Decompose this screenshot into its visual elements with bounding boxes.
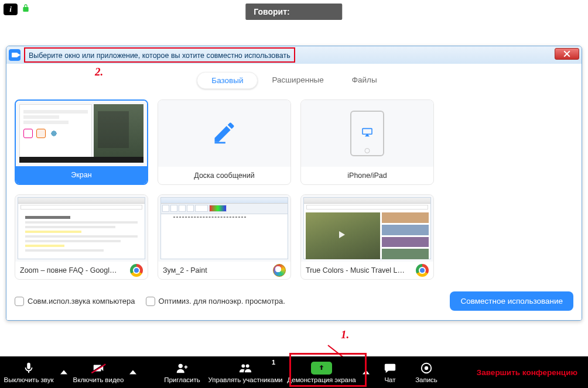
share-screen-icon: [311, 362, 332, 375]
toolbar-chat-button[interactable]: Чат: [372, 356, 408, 388]
share-option-window-chrome-docs[interactable]: Zoom – повне FAQ - Google Док...: [15, 194, 148, 280]
toolbar-record-button[interactable]: Запись: [408, 356, 445, 388]
airplay-icon: [361, 128, 373, 139]
microphone-icon: [22, 361, 35, 375]
toolbar-share-screen-button[interactable]: Демонстрация экрана: [283, 356, 360, 388]
record-icon: [420, 361, 433, 375]
dialog-close-button[interactable]: [555, 48, 579, 60]
svg-rect-2: [215, 142, 225, 144]
toolbar-chat-label: Чат: [384, 376, 395, 383]
encryption-lock-icon: [21, 4, 30, 15]
window-chrome-docs-label: Zoom – повне FAQ - Google Док...: [20, 266, 119, 274]
share-option-iphone-label: iPhone/iPad: [347, 171, 387, 180]
svg-rect-3: [363, 129, 372, 135]
meeting-toolbar: Выключить звук Включить видео Пригласить…: [0, 356, 588, 388]
svg-point-8: [425, 366, 428, 370]
checkbox-optimize-fullscreen[interactable]: Оптимиз. для полноэкр. просмотра.: [146, 297, 285, 306]
annotation-1: 1.: [341, 328, 349, 341]
toolbar-end-meeting-button[interactable]: Завершить конференцию: [466, 368, 588, 377]
tab-basic[interactable]: Базовый: [197, 72, 258, 89]
svg-point-6: [246, 364, 249, 368]
toolbar-video-more[interactable]: [127, 356, 139, 388]
toolbar-manage-participants-button[interactable]: 1 Управлять участниками: [207, 356, 283, 388]
toolbar-manage-label: Управлять участниками: [208, 376, 283, 383]
participants-icon: [239, 361, 252, 375]
share-option-window-youtube[interactable]: True Colors - Music Travel Love (...: [300, 194, 434, 280]
mspaint-icon: [273, 264, 286, 277]
window-youtube-label: True Colors - Music Travel Love (...: [306, 266, 405, 274]
svg-point-4: [179, 364, 183, 368]
chrome-icon: [416, 264, 429, 277]
share-option-whiteboard[interactable]: Доска сообщений: [158, 99, 291, 185]
toolbar-mute-label: Выключить звук: [4, 376, 54, 383]
tab-advanced[interactable]: Расширенные: [258, 72, 337, 89]
toolbar-video-button[interactable]: Включить видео: [70, 356, 127, 388]
zoom-app-icon: [9, 49, 20, 61]
screen-thumbnail: [16, 101, 147, 166]
toolbar-invite-button[interactable]: Пригласить: [157, 356, 207, 388]
share-screen-dialog: Выберите окно или приложение, которое вы…: [6, 46, 582, 321]
toolbar-mute-more[interactable]: [57, 356, 70, 388]
toolbar-invite-label: Пригласить: [164, 376, 200, 383]
share-option-screen[interactable]: Экран: [15, 99, 148, 185]
tab-files[interactable]: Файлы: [338, 72, 391, 89]
ipad-icon: [350, 111, 384, 156]
camera-off-icon: [92, 361, 105, 375]
share-button[interactable]: Совместное использование: [450, 291, 573, 311]
invite-icon: [176, 361, 189, 375]
toolbar-video-label: Включить видео: [73, 376, 124, 383]
toolbar-share-label: Демонстрация экрана: [287, 376, 356, 383]
dialog-titlebar: Выберите окно или приложение, которое вы…: [6, 46, 582, 64]
checkbox-share-computer-audio[interactable]: Совм.испол.звука компьютера: [15, 297, 135, 306]
chat-icon: [384, 361, 396, 375]
toolbar-record-label: Запись: [415, 376, 437, 383]
share-option-screen-label: Экран: [71, 171, 91, 179]
speaking-indicator: Говорит:: [245, 4, 342, 20]
window-paint-label: Зум_2 - Paint: [163, 266, 207, 274]
dialog-title: Выберите окно или приложение, которое вы…: [26, 50, 293, 61]
participants-count: 1: [272, 359, 275, 366]
share-option-whiteboard-label: Доска сообщений: [194, 171, 254, 180]
toolbar-share-more[interactable]: [360, 356, 372, 388]
pencil-icon: [211, 119, 237, 147]
toolbar-mute-button[interactable]: Выключить звук: [0, 356, 57, 388]
checkbox-audio-label: Совм.испол.звука компьютера: [28, 297, 135, 305]
annotation-2: 2.: [95, 66, 103, 78]
share-option-iphone-ipad[interactable]: iPhone/iPad: [300, 99, 434, 185]
share-option-window-paint[interactable]: Зум_2 - Paint: [158, 194, 291, 280]
checkbox-optimize-label: Оптимиз. для полноэкр. просмотра.: [159, 297, 285, 305]
chrome-icon: [130, 264, 143, 277]
meeting-info-badge[interactable]: i: [4, 4, 18, 15]
svg-point-5: [241, 364, 245, 368]
